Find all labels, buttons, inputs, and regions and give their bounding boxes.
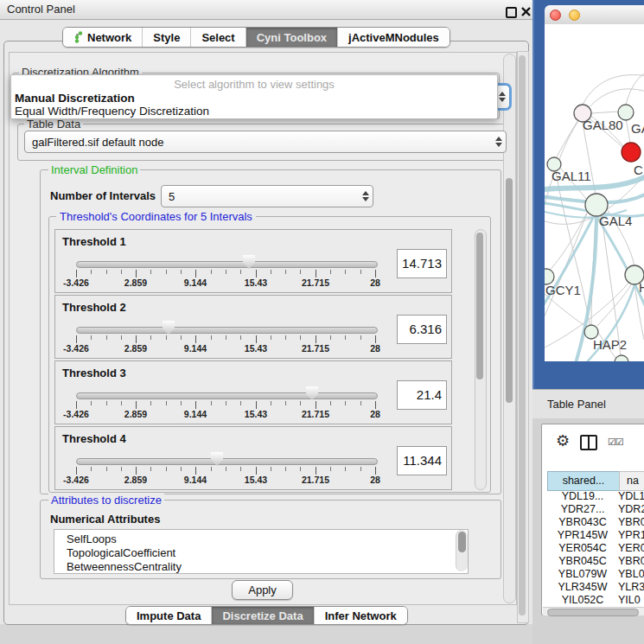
scale-label: 15.43 xyxy=(245,277,267,288)
scale-label: -3.426 xyxy=(63,343,89,354)
popup-item-equal-width-frequency[interactable]: Equal Width/Frequency Discretization xyxy=(15,105,490,118)
bottom-tabs: Impute Data Discretize Data Infer Networ… xyxy=(125,606,408,625)
table-data-combobox-value: galFiltered.sif default node xyxy=(25,136,492,149)
float-window-icon[interactable] xyxy=(506,7,517,18)
threshold-1-slider[interactable] xyxy=(76,261,378,268)
threshold-scrollbar[interactable] xyxy=(475,229,487,490)
popup-item-manual-discretization[interactable]: Manual Discretization xyxy=(15,92,490,105)
algorithm-dropdown-popup: Select algorithm to view settings Manual… xyxy=(10,74,498,119)
threshold-label: Threshold 2 xyxy=(62,301,126,314)
table-row[interactable]: YDL19...YDL1 xyxy=(547,490,644,503)
minimize-traffic-light-icon[interactable] xyxy=(569,10,580,21)
scale-label: 15.43 xyxy=(245,409,267,419)
table-hscrollbar[interactable] xyxy=(543,607,644,615)
threshold-2-value-input[interactable]: 6.316 xyxy=(397,315,447,344)
scale-label: 28 xyxy=(370,475,380,485)
number-of-intervals-combobox[interactable]: 5 xyxy=(161,185,373,207)
scrollbar-thumb[interactable] xyxy=(476,233,483,379)
threshold-2-panel: Threshold 2 -3.426 2.859 9.144 15.43 21.… xyxy=(54,295,452,359)
scale-label: 28 xyxy=(370,409,380,419)
select-columns-icon[interactable]: ☑☑ xyxy=(608,437,623,448)
scrollbar-thumb[interactable] xyxy=(506,178,513,403)
threshold-coordinates-title: Threshold's Coordinates for 5 Intervals xyxy=(56,210,256,223)
scale-label: 2.859 xyxy=(124,277,147,288)
tab-impute-data[interactable]: Impute Data xyxy=(126,607,212,624)
table-panel-body: ⚙ ☑☑ shared... na YDL19...YDL1 YDR27...Y… xyxy=(541,424,644,615)
node-label: H xyxy=(639,280,644,295)
network-graph: GAL80 GA C GAL11 GAL4 GCY1 H HAP2 xyxy=(545,24,644,361)
scale-label: 28 xyxy=(370,277,380,288)
list-item[interactable]: TopologicalCoefficient xyxy=(54,546,468,560)
zoom-traffic-light-icon[interactable] xyxy=(588,10,597,19)
column-header-shared-name[interactable]: shared... xyxy=(547,471,620,491)
scale-label: 2.859 xyxy=(124,475,147,485)
scrollbar-thumb[interactable] xyxy=(547,609,639,616)
table-data-combobox[interactable]: galFiltered.sif default node xyxy=(24,131,507,153)
node-label: GAL80 xyxy=(583,118,623,132)
table-row[interactable]: YER054CYER0 xyxy=(547,542,644,555)
table-row[interactable]: YBR043CYBR0 xyxy=(547,516,644,529)
threshold-3-slider[interactable] xyxy=(76,392,378,399)
scale-label: -3.426 xyxy=(63,475,89,485)
attributes-group-title: Attributes to discretize xyxy=(48,494,164,507)
tab-jactivemnodules[interactable]: jActiveMNodules xyxy=(338,28,450,47)
threshold-3-value-input[interactable]: 21.4 xyxy=(397,380,447,410)
tab-discretize-data[interactable]: Discretize Data xyxy=(212,607,314,624)
control-panel-tabs: Network Style Select Cyni Toolbox jActiv… xyxy=(62,27,450,48)
tab-infer-network[interactable]: Infer Network xyxy=(315,607,407,624)
scale-label: 9.144 xyxy=(184,277,207,288)
network-window-titlebar xyxy=(545,5,644,25)
popup-prompt: Select algorithm to view settings xyxy=(11,78,497,91)
threshold-4-slider[interactable] xyxy=(76,458,378,465)
node-label: GCY1 xyxy=(545,283,581,297)
apply-button[interactable]: Apply xyxy=(232,580,293,600)
threshold-3-panel: Threshold 3 -3.426 2.859 9.144 15.43 21.… xyxy=(54,360,452,424)
number-of-intervals-value: 5 xyxy=(162,190,359,203)
scrollbar-thumb[interactable] xyxy=(458,532,466,552)
table-row[interactable]: YDR27...YDR2 xyxy=(547,503,644,516)
tab-label: Infer Network xyxy=(325,609,397,622)
tab-select[interactable]: Select xyxy=(191,28,245,47)
tab-cyni-toolbox[interactable]: Cyni Toolbox xyxy=(246,28,338,47)
scale-label: 21.715 xyxy=(302,343,329,354)
network-icon xyxy=(73,31,83,43)
node-label: GAL11 xyxy=(552,169,591,183)
combo-stepper-icon[interactable] xyxy=(492,131,506,152)
list-item[interactable]: SelfLoops xyxy=(54,530,468,546)
attributes-scrollbar[interactable] xyxy=(456,530,468,571)
table-columns-icon[interactable] xyxy=(580,435,597,450)
table-panel-region: ⚙ ☑☑ shared... na YDL19...YDL1 YDR27...Y… xyxy=(532,418,644,644)
close-icon[interactable] xyxy=(521,7,531,16)
scale-label: 9.144 xyxy=(184,343,207,354)
network-canvas[interactable]: GAL80 GA C GAL11 GAL4 GCY1 H HAP2 xyxy=(545,24,644,361)
scale-label: -3.426 xyxy=(63,409,89,419)
scale-label: 9.144 xyxy=(184,409,207,419)
table-row[interactable]: YLR345WYLR3 xyxy=(547,581,644,594)
scale-label: 21.715 xyxy=(302,409,329,419)
scrollbar-thumb[interactable] xyxy=(519,55,526,615)
tab-label: Select xyxy=(201,31,234,44)
table-row[interactable]: YBL079WYBL0 xyxy=(547,568,644,581)
list-item[interactable]: BetweennessCentrality xyxy=(54,560,468,574)
threshold-2-slider[interactable] xyxy=(76,327,378,334)
number-of-intervals-label: Number of Intervals xyxy=(50,189,156,202)
tab-label: Cyni Toolbox xyxy=(257,31,327,44)
node-bottom[interactable] xyxy=(615,355,628,361)
outer-scrollbar[interactable] xyxy=(517,51,529,623)
threshold-4-value-input[interactable]: 11.344 xyxy=(397,446,447,475)
table-data-group-title: Table Data xyxy=(24,118,83,131)
tab-label: Discretize Data xyxy=(222,609,303,622)
table-row[interactable]: YPR145WYPR1 xyxy=(547,529,644,542)
node-red-selected[interactable] xyxy=(622,143,641,162)
tab-network[interactable]: Network xyxy=(63,28,143,47)
threshold-1-value-input[interactable]: 14.713 xyxy=(397,249,447,278)
tab-style[interactable]: Style xyxy=(143,28,191,47)
gear-icon[interactable]: ⚙ xyxy=(556,431,570,450)
table-row[interactable]: YIL052CYIL0 xyxy=(547,594,644,606)
combo-stepper-icon[interactable] xyxy=(359,186,373,207)
table-row[interactable]: YBR045CYBR0 xyxy=(547,555,644,568)
close-traffic-light-icon[interactable] xyxy=(550,10,561,21)
column-header-name[interactable]: na xyxy=(619,471,644,491)
threshold-label: Threshold 1 xyxy=(62,235,126,248)
tab-label: Impute Data xyxy=(137,609,201,622)
